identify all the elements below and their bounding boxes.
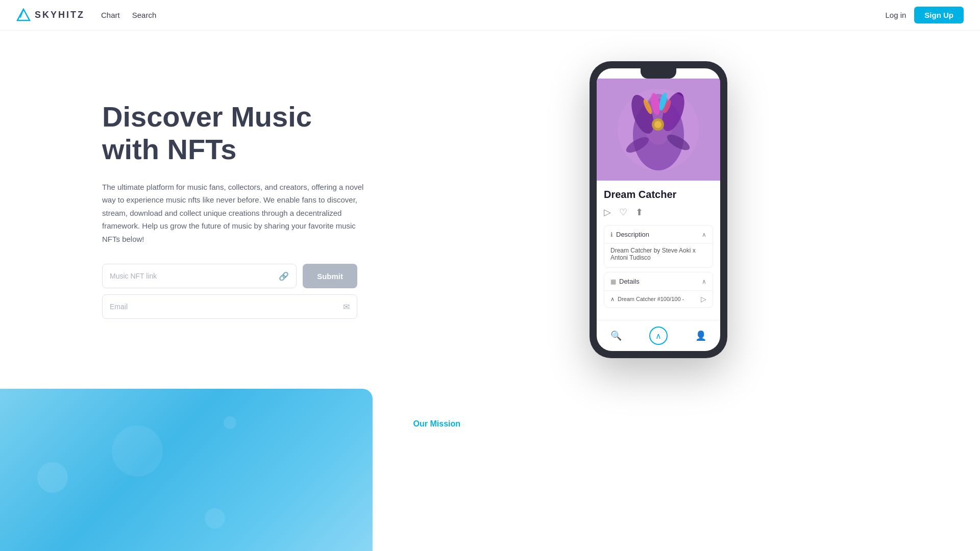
phone-hero-image (597, 79, 720, 181)
phone-bottom-row: ∧ Dream Catcher #100/100 - ▷ (604, 290, 713, 307)
svg-point-15 (618, 89, 699, 170)
details-chevron-icon: ∧ (702, 278, 706, 285)
nav-chart[interactable]: Chart (101, 11, 120, 19)
phone-description-header[interactable]: ℹ Description ∧ (604, 226, 713, 243)
phone-notch (641, 68, 676, 79)
blob-3 (205, 508, 225, 529)
details-label: Details (619, 278, 640, 285)
login-button[interactable]: Log in (885, 11, 906, 19)
phone-nav-profile[interactable]: 👤 (695, 330, 706, 341)
hero-description: The ultimate platform for music fans, co… (102, 181, 368, 246)
phone-bottom-row-left: ∧ Dream Catcher #100/100 - (610, 296, 684, 303)
phone-nav-home[interactable]: ∧ (649, 327, 668, 345)
svg-marker-0 (17, 9, 30, 20)
phone-description-body: Dream Catcher by Steve Aoki x Antoni Tud… (604, 243, 713, 267)
hero-title-line2: with NFTs (102, 133, 236, 165)
bottom-right-panel: Our Mission (373, 389, 980, 551)
nav-left: SKYHITZ Chart Search (16, 8, 156, 22)
nav-right: Log in Sign Up (885, 7, 964, 23)
description-label: Description (616, 231, 649, 238)
hero-left: Discover Music with NFTs The ultimate pl… (102, 101, 368, 319)
hero-right: Dream Catcher ▷ ♡ ⬆ ℹ Description (368, 61, 919, 358)
signup-button[interactable]: Sign Up (914, 7, 964, 23)
phone-actions: ▷ ♡ ⬆ (604, 207, 713, 218)
email-input-wrapper: ✉ (102, 294, 357, 319)
phone-description-header-left: ℹ Description (610, 231, 649, 238)
phone-description-section: ℹ Description ∧ Dream Catcher by Steve A… (604, 225, 713, 268)
logo-text: SKYHITZ (35, 10, 85, 20)
nft-input-wrapper: 🔗 (102, 264, 297, 288)
phone-details-header-left: ▦ Details (610, 278, 640, 285)
form-row-email: ✉ (102, 294, 357, 319)
hero-title: Discover Music with NFTs (102, 101, 368, 166)
phone-details-header[interactable]: ▦ Details ∧ (604, 272, 713, 290)
description-chevron-icon: ∧ (702, 231, 706, 238)
logo[interactable]: SKYHITZ (16, 8, 85, 22)
expand-icon: ∧ (610, 296, 615, 303)
nav-links: Chart Search (101, 11, 156, 19)
email-input[interactable] (110, 303, 339, 311)
form-row-nft: 🔗 Submit (102, 264, 357, 288)
hero-section: Discover Music with NFTs The ultimate pl… (0, 31, 980, 389)
info-icon: ℹ (610, 231, 613, 238)
email-icon: ✉ (343, 302, 350, 312)
blob-1 (37, 462, 68, 493)
blob-4 (224, 416, 236, 429)
phone-like-button[interactable]: ♡ (619, 207, 627, 218)
nft-artwork (597, 79, 720, 181)
nft-input[interactable] (110, 272, 275, 280)
blob-2 (112, 425, 163, 477)
phone-nav: 🔍 ∧ 👤 (597, 320, 720, 351)
hero-title-line1: Discover Music (102, 101, 312, 133)
navbar: SKYHITZ Chart Search Log in Sign Up (0, 0, 980, 31)
phone-share-button[interactable]: ⬆ (635, 207, 643, 218)
phone-nft-title: Dream Catcher (604, 189, 713, 201)
our-mission-label: Our Mission (413, 419, 460, 428)
phone-screen: Dream Catcher ▷ ♡ ⬆ ℹ Description (597, 68, 720, 351)
logo-icon (16, 8, 31, 22)
phone-details-section: ▦ Details ∧ ∧ Dream Catcher #100/100 - (604, 272, 713, 308)
hero-form: 🔗 Submit ✉ (102, 264, 357, 319)
details-content: Dream Catcher #100/100 - (618, 296, 684, 302)
phone-mockup: Dream Catcher ▷ ♡ ⬆ ℹ Description (590, 61, 727, 358)
bottom-section: Our Mission (0, 389, 980, 551)
submit-button[interactable]: Submit (303, 264, 357, 288)
phone-nav-search[interactable]: 🔍 (610, 330, 622, 341)
phone-outer: Dream Catcher ▷ ♡ ⬆ ℹ Description (590, 61, 727, 358)
nav-search[interactable]: Search (132, 11, 157, 19)
link-icon: 🔗 (279, 271, 289, 281)
phone-play-button[interactable]: ▷ (604, 207, 611, 218)
phone-content: Dream Catcher ▷ ♡ ⬆ ℹ Description (597, 181, 720, 320)
details-icon: ▦ (610, 278, 616, 285)
bottom-blue-panel (0, 389, 373, 551)
details-play-button[interactable]: ▷ (701, 295, 706, 303)
